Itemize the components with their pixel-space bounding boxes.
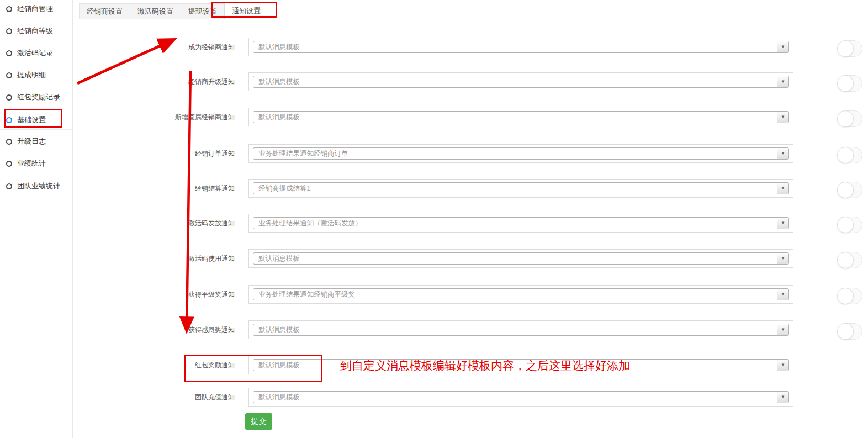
toggle-knob (837, 75, 854, 92)
select-inner: 默认消息模板 ▼ (253, 391, 789, 403)
dropdown-arrow-button[interactable]: ▼ (777, 324, 788, 335)
notify-toggle-off[interactable] (837, 147, 862, 163)
circle-bullet-icon (6, 72, 12, 78)
tab-3[interactable]: 提现设置 (181, 3, 225, 19)
caret-down-icon: ▼ (781, 328, 785, 332)
circle-bullet-icon (6, 117, 12, 123)
circle-bullet-icon (6, 139, 12, 145)
sidebar-item-1[interactable]: 经销商管理 (0, 0, 72, 18)
field-label: 激活码使用通知 (160, 254, 235, 263)
sidebar-item-label: 基础设置 (17, 115, 46, 125)
template-select[interactable]: 默认消息模板 ▼ (248, 320, 793, 339)
selected-template-value: 经销商提成结算1 (253, 184, 788, 193)
dropdown-arrow-button[interactable]: ▼ (777, 183, 788, 194)
dropdown-arrow-button[interactable]: ▼ (777, 41, 788, 52)
toggle-knob (837, 252, 854, 268)
notification-settings-page: 经销商管理 经销商等级 激活码记录 提成明细 红包奖励记录 基础设置 升级日志 … (0, 0, 868, 438)
selected-template-value: 默认消息模板 (253, 77, 788, 87)
notify-toggle-off[interactable] (837, 252, 862, 268)
template-select[interactable]: 默认消息模板 ▼ (248, 108, 793, 126)
notify-toggle-off[interactable] (837, 182, 862, 198)
field-label: 获得感恩奖通知 (160, 325, 235, 335)
selected-template-value: 默认消息模板 (253, 325, 788, 335)
sidebar-item-label: 升级日志 (17, 136, 46, 146)
sidebar-item-label: 激活码记录 (17, 48, 53, 58)
selected-template-value: 业务处理结果通知（激活码发放） (253, 219, 788, 228)
selected-template-value: 默认消息模板 (253, 254, 788, 263)
caret-down-icon: ▼ (781, 292, 785, 297)
tab-4[interactable]: 通知设置 (225, 3, 268, 19)
sidebar-item-4[interactable]: 提成明细 (0, 66, 72, 85)
sidebar-item-label: 经销商管理 (17, 4, 53, 14)
sidebar-item-label: 红包奖励记录 (17, 92, 60, 102)
notify-toggle-off[interactable] (837, 323, 862, 340)
toggle-knob (837, 217, 854, 233)
sidebar: 经销商管理 经销商等级 激活码记录 提成明细 红包奖励记录 基础设置 升级日志 … (0, 0, 73, 438)
select-inner: 业务处理结果通知经销商订单 ▼ (253, 147, 789, 160)
template-select[interactable]: 默认消息模板 ▼ (248, 72, 793, 91)
notify-toggle-off[interactable] (837, 217, 862, 233)
select-inner: 默认消息模板 ▼ (253, 76, 789, 88)
template-select[interactable]: 经销商提成结算1 ▼ (248, 179, 793, 198)
toggle-knob (837, 147, 854, 163)
sidebar-item-8[interactable]: 业绩统计 (0, 154, 72, 173)
dropdown-arrow-button[interactable]: ▼ (777, 76, 788, 87)
circle-bullet-icon (6, 28, 12, 34)
select-inner: 业务处理结果通知（激活码发放） ▼ (253, 217, 789, 229)
annotation-note: 到自定义消息模板编辑好模板内容，之后这里选择好添加 (340, 358, 630, 373)
dropdown-arrow-button[interactable]: ▼ (777, 289, 788, 300)
field-label: 经销订单通知 (160, 149, 235, 159)
caret-down-icon: ▼ (781, 115, 785, 119)
sidebar-item-3[interactable]: 激活码记录 (0, 44, 72, 62)
template-select[interactable]: 默认消息模板 ▼ (248, 249, 793, 268)
circle-bullet-icon (6, 161, 12, 167)
dropdown-arrow-button[interactable]: ▼ (777, 148, 788, 159)
toggle-knob (837, 323, 854, 340)
toggle-knob (837, 288, 854, 304)
notify-toggle-off[interactable] (837, 75, 862, 92)
caret-down-icon: ▼ (781, 395, 785, 399)
notify-toggle-off[interactable] (837, 40, 862, 57)
sidebar-item-2[interactable]: 经销商等级 (0, 22, 72, 40)
dropdown-arrow-button[interactable]: ▼ (777, 392, 788, 403)
tab-1[interactable]: 经销商设置 (79, 3, 130, 19)
selected-template-value: 默认消息模板 (253, 393, 788, 402)
sidebar-item-label: 提成明细 (17, 70, 46, 80)
template-select[interactable]: 业务处理结果通知经销商订单 ▼ (248, 144, 793, 163)
template-select[interactable]: 默认消息模板 ▼ (248, 38, 793, 56)
selected-template-value: 默认消息模板 (253, 43, 788, 52)
sidebar-item-label: 业绩统计 (17, 159, 46, 168)
dropdown-arrow-button[interactable]: ▼ (777, 360, 788, 371)
dropdown-arrow-button[interactable]: ▼ (777, 112, 788, 123)
select-inner: 默认消息模板 ▼ (253, 41, 789, 53)
field-label: 红包奖励通知 (160, 361, 235, 370)
annotation-arrow-diagonal (77, 40, 173, 83)
sidebar-item-9[interactable]: 团队业绩统计 (0, 177, 72, 196)
dropdown-arrow-button[interactable]: ▼ (777, 253, 788, 264)
template-select[interactable]: 业务处理结果通知经销商平级奖 ▼ (248, 285, 793, 304)
select-inner: 默认消息模板 ▼ (253, 324, 789, 336)
tab-2[interactable]: 激活码设置 (130, 3, 181, 19)
sidebar-item-5[interactable]: 红包奖励记录 (0, 88, 72, 107)
template-select[interactable]: 业务处理结果通知（激活码发放） ▼ (248, 214, 793, 233)
field-label: 团队充值通知 (160, 393, 235, 402)
sidebar-item-6[interactable]: 基础设置 (0, 110, 72, 130)
caret-down-icon: ▼ (781, 45, 785, 49)
caret-down-icon: ▼ (781, 186, 785, 191)
circle-bullet-icon (6, 50, 12, 56)
selected-template-value: 业务处理结果通知经销商订单 (253, 149, 788, 159)
sidebar-item-7[interactable]: 升级日志 (0, 132, 72, 151)
dropdown-arrow-button[interactable]: ▼ (777, 218, 788, 229)
toggle-knob (837, 182, 854, 198)
circle-bullet-icon (6, 6, 12, 12)
caret-down-icon: ▼ (781, 256, 785, 261)
notify-toggle-off[interactable] (837, 288, 862, 304)
submit-button[interactable]: 提交 (245, 413, 272, 430)
notify-toggle-off[interactable] (837, 110, 862, 127)
field-label: 激活码发放通知 (160, 219, 235, 228)
circle-bullet-icon (6, 94, 12, 101)
caret-down-icon: ▼ (781, 363, 785, 367)
field-label: 经销结算通知 (160, 184, 235, 193)
select-inner: 默认消息模板 ▼ (253, 111, 789, 123)
template-select[interactable]: 默认消息模板 ▼ (248, 388, 793, 407)
